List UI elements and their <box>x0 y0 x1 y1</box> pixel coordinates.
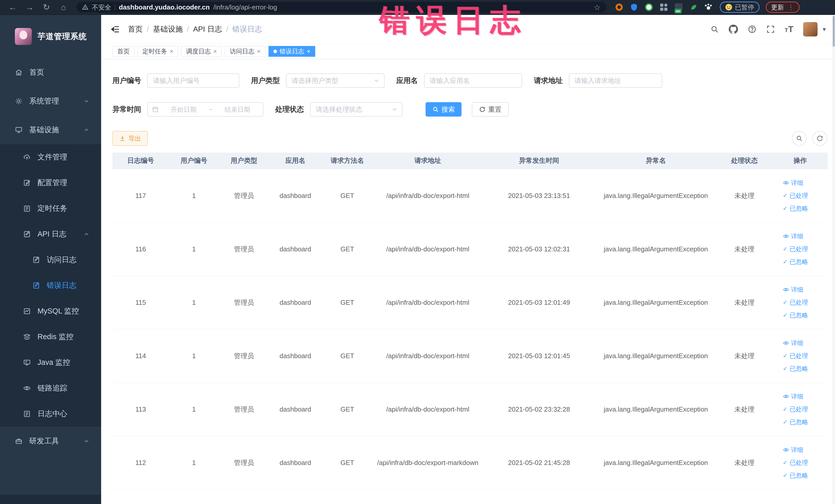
toggle-search-button[interactable] <box>792 131 807 146</box>
search-button[interactable]: 搜索 <box>426 102 462 117</box>
update-button[interactable]: 更新 ⋮ <box>766 2 799 13</box>
breadcrumb-item[interactable]: 基础设施 <box>153 24 183 35</box>
cell-log-id: 112 <box>113 436 169 489</box>
close-icon[interactable]: × <box>213 48 217 55</box>
help-icon[interactable] <box>748 25 756 34</box>
mark-processed-link[interactable]: ✓已处理 <box>783 191 808 200</box>
extension-shield-icon[interactable] <box>629 3 639 12</box>
sidebar-item-trace[interactable]: 链路追踪 <box>0 375 101 401</box>
sidebar-item-job[interactable]: 定时任务 <box>0 196 101 221</box>
mark-ignored-link[interactable]: ✓已忽略 <box>783 258 808 266</box>
detail-link[interactable]: 详细 <box>783 179 803 187</box>
app-name-input[interactable] <box>424 74 522 88</box>
github-icon[interactable] <box>729 25 738 34</box>
refresh-table-button[interactable] <box>812 131 827 146</box>
browser-forward-icon[interactable]: → <box>22 0 37 14</box>
mark-processed-link[interactable]: ✓已处理 <box>783 298 808 306</box>
sidebar-item-infra[interactable]: 基础设施 <box>0 116 101 144</box>
mark-ignored-link[interactable]: ✓已忽略 <box>783 418 808 426</box>
page-scrollbar[interactable] <box>832 15 835 504</box>
close-icon[interactable]: × <box>170 48 173 55</box>
update-label: 更新 <box>771 3 784 12</box>
mark-processed-link[interactable]: ✓已处理 <box>783 405 808 414</box>
cell-exception: java.lang.IllegalArgumentException <box>595 329 716 383</box>
extension-leaf-icon[interactable] <box>689 3 698 12</box>
detail-link[interactable]: 详细 <box>783 285 803 294</box>
mark-ignored-link[interactable]: ✓已忽略 <box>783 204 808 213</box>
sidebar-item-error-log[interactable]: 错误日志 <box>0 273 101 298</box>
browser-chrome: ← → ↻ ⌂ 不安全 dashboard.yudao.iocoder.cn /… <box>0 0 835 15</box>
security-label[interactable]: 不安全 <box>92 3 111 12</box>
tab-home[interactable]: 首页 <box>113 46 135 57</box>
tab-access-log[interactable]: 访问日志 × <box>225 46 265 57</box>
export-button[interactable]: 导出 <box>113 131 148 146</box>
tab-job-log[interactable]: 调度日志 × <box>181 46 222 57</box>
sidebar-item-devtools[interactable]: 研发工具 <box>0 427 101 456</box>
breadcrumb-item[interactable]: API 日志 <box>193 24 222 35</box>
paused-extension-pill[interactable]: 已暂停 <box>720 2 759 13</box>
extension-on-toggle-icon[interactable]: on <box>674 3 683 12</box>
detail-link[interactable]: 详细 <box>783 446 803 454</box>
extension-grid-icon[interactable] <box>659 3 668 12</box>
address-bar[interactable]: 不安全 dashboard.yudao.iocoder.cn /infra/lo… <box>77 2 606 13</box>
browser-reload-icon[interactable]: ↻ <box>39 0 54 14</box>
sidebar-logo[interactable]: 芋道管理系统 <box>0 15 101 58</box>
eye-icon <box>783 394 789 400</box>
filter-row-2: 异常时间 开始日期 ~ 结束日期 处理状态 请选择处理状态 <box>113 102 827 117</box>
browser-home-icon[interactable]: ⌂ <box>56 0 71 14</box>
sidebar-item-mysql[interactable]: MySQL 监控 <box>0 298 101 324</box>
font-size-icon[interactable]: TT <box>785 24 793 34</box>
sidebar-item-api-log[interactable]: API 日志 <box>0 221 101 247</box>
breadcrumb: 首页 / 基础设施 / API 日志 / 错误日志 <box>128 24 262 35</box>
paused-label: 已暂停 <box>735 3 754 12</box>
request-url-input[interactable] <box>569 74 662 88</box>
avatar[interactable] <box>803 22 817 37</box>
reset-button[interactable]: 重置 <box>472 102 509 117</box>
sidebar-item-redis[interactable]: Redis 监控 <box>0 324 101 350</box>
check-icon: ✓ <box>783 459 788 466</box>
scrollbar-thumb[interactable] <box>833 16 835 47</box>
status-select[interactable]: 请选择处理状态 <box>310 102 403 117</box>
browser-back-icon[interactable]: ← <box>5 0 20 14</box>
user-menu-caret-icon[interactable]: ▾ <box>823 26 826 33</box>
tab-error-log[interactable]: 错误日志 × <box>268 46 315 57</box>
user-id-input[interactable] <box>147 74 239 88</box>
sidebar-item-config[interactable]: 配置管理 <box>0 170 101 196</box>
filter-request-url: 请求地址 <box>534 74 662 88</box>
mark-processed-link[interactable]: ✓已处理 <box>783 352 808 360</box>
sidebar-item-system[interactable]: 系统管理 <box>0 87 101 116</box>
mark-processed-link[interactable]: ✓已处理 <box>783 245 808 253</box>
sidebar-item-java[interactable]: Java 监控 <box>0 350 101 375</box>
mark-ignored-link[interactable]: ✓已忽略 <box>783 471 808 480</box>
extension-green-circle-icon[interactable] <box>644 3 653 12</box>
detail-link[interactable]: 详细 <box>783 339 803 347</box>
extension-donut-icon[interactable] <box>614 3 624 12</box>
sidebar-item-home[interactable]: 首页 <box>0 58 101 87</box>
date-range-picker[interactable]: 开始日期 ~ 结束日期 <box>147 102 263 117</box>
tab-job[interactable]: 定时任务 × <box>138 46 178 57</box>
mark-processed-link[interactable]: ✓已处理 <box>783 459 808 467</box>
sidebar-item-access-log[interactable]: 访问日志 <box>0 247 101 273</box>
close-icon[interactable]: × <box>307 48 310 55</box>
export-button-label: 导出 <box>128 134 141 143</box>
fullscreen-icon[interactable] <box>766 25 775 34</box>
check-icon: ✓ <box>783 246 788 253</box>
cell-time: 2021-05-03 23:13:51 <box>483 169 595 222</box>
extension-paw-icon[interactable] <box>704 3 713 12</box>
detail-link[interactable]: 详细 <box>783 232 803 240</box>
browser-menu-icon[interactable]: ⋮ <box>788 3 794 11</box>
sidebar-item-file[interactable]: 文件管理 <box>0 144 101 170</box>
sidebar-item-log-center[interactable]: 日志中心 <box>0 401 101 427</box>
detail-link[interactable]: 详细 <box>783 392 803 401</box>
table-toolbar: 导出 <box>113 131 827 146</box>
user-type-select[interactable]: 请选择用户类型 <box>286 74 385 88</box>
mark-ignored-link[interactable]: ✓已忽略 <box>783 311 808 319</box>
breadcrumb-item[interactable]: 首页 <box>128 24 143 35</box>
sidebar-item-label: 访问日志 <box>47 255 77 265</box>
search-icon[interactable] <box>710 25 719 34</box>
close-icon[interactable]: × <box>257 48 261 55</box>
mark-ignored-link[interactable]: ✓已忽略 <box>783 365 808 373</box>
url-domain: dashboard.yudao.iocoder.cn <box>119 3 210 11</box>
collapse-sidebar-icon[interactable] <box>110 24 120 34</box>
bookmark-star-icon[interactable]: ☆ <box>594 3 600 12</box>
